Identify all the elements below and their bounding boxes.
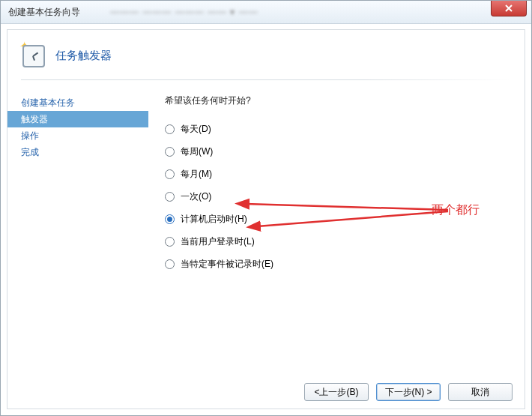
close-icon: [505, 4, 513, 12]
sidebar-item-finish[interactable]: 完成: [7, 144, 148, 160]
trigger-question: 希望该任务何时开始?: [165, 94, 525, 107]
option-once[interactable]: 一次(O): [165, 185, 525, 208]
radio-daily[interactable]: [165, 124, 175, 134]
wizard-header: 任务触发器: [7, 30, 525, 79]
next-button[interactable]: 下一步(N) >: [376, 383, 441, 401]
wizard-main: 希望该任务何时开始? 每天(D) 每周(W) 每月(M) 一次(O): [148, 90, 525, 373]
wizard-steps-sidebar: 创建基本任务 触发器 操作 完成: [7, 90, 148, 373]
header-divider: [21, 79, 511, 80]
cancel-button[interactable]: 取消: [448, 383, 513, 401]
radio-monthly[interactable]: [165, 169, 175, 179]
titlebar: 创建基本任务向导 ——— ——— ——— —— ▾ ——: [1, 1, 531, 24]
option-daily[interactable]: 每天(D): [165, 118, 525, 140]
page-title: 任务触发器: [55, 49, 112, 63]
label-once[interactable]: 一次(O): [181, 190, 211, 203]
option-weekly[interactable]: 每周(W): [165, 140, 525, 163]
sidebar-item-create-task[interactable]: 创建基本任务: [7, 94, 148, 111]
option-event-logged[interactable]: 当特定事件被记录时(E): [165, 253, 525, 275]
label-weekly[interactable]: 每周(W): [181, 145, 213, 158]
option-computer-start[interactable]: 计算机启动时(H): [165, 208, 525, 230]
wizard-inner: 任务触发器 创建基本任务 触发器 操作 完成 希望该任务何时开始? 每天(D) …: [7, 29, 525, 409]
radio-event-logged[interactable]: [165, 259, 175, 269]
task-scheduler-icon: [21, 43, 45, 67]
wizard-window: 创建基本任务向导 ——— ——— ——— —— ▾ —— 任务触发器 创建基本任…: [0, 0, 532, 416]
background-blur-text: ——— ——— ——— —— ▾ ——: [110, 7, 259, 17]
label-computer-start[interactable]: 计算机启动时(H): [181, 213, 247, 226]
wizard-body: 创建基本任务 触发器 操作 完成 希望该任务何时开始? 每天(D) 每周(W) …: [7, 90, 525, 373]
radio-weekly[interactable]: [165, 147, 175, 157]
sidebar-item-trigger[interactable]: 触发器: [7, 111, 148, 127]
label-event-logged[interactable]: 当特定事件被记录时(E): [181, 258, 273, 271]
sidebar-item-action[interactable]: 操作: [7, 127, 148, 144]
option-monthly[interactable]: 每月(M): [165, 163, 525, 185]
option-user-logon[interactable]: 当前用户登录时(L): [165, 230, 525, 253]
label-daily[interactable]: 每天(D): [181, 123, 211, 136]
label-monthly[interactable]: 每月(M): [181, 168, 212, 181]
close-button[interactable]: [491, 1, 527, 16]
label-user-logon[interactable]: 当前用户登录时(L): [181, 235, 255, 248]
radio-computer-start[interactable]: [165, 214, 175, 224]
window-title: 创建基本任务向导: [1, 6, 80, 19]
wizard-footer: <上一步(B) 下一步(N) > 取消: [7, 376, 525, 409]
radio-user-logon[interactable]: [165, 237, 175, 247]
radio-once[interactable]: [165, 192, 175, 202]
back-button[interactable]: <上一步(B): [304, 383, 369, 401]
